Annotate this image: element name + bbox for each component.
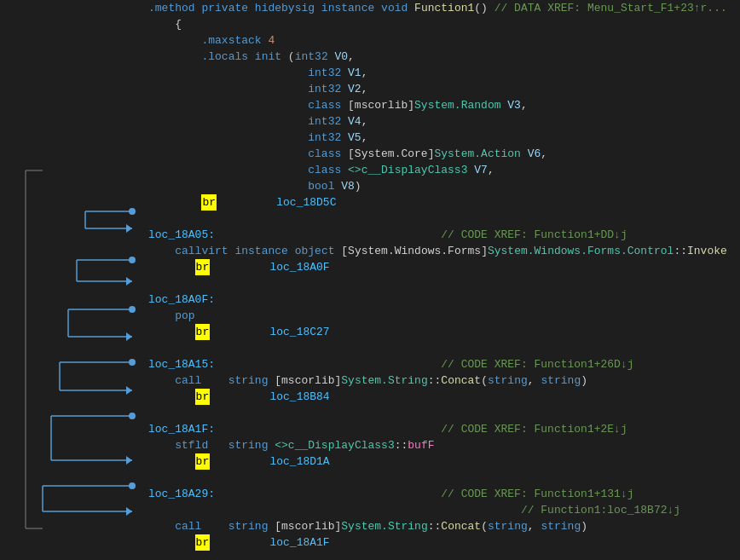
kw-callvirt: callvirt — [175, 243, 228, 259]
line-locals-init: .locals init (int32 V0, — [148, 49, 737, 65]
indent-br6 — [148, 534, 195, 551]
indent-locals — [148, 49, 201, 65]
label-18d5c: loc_18D5C — [276, 194, 336, 211]
type-string-2: System.String — [341, 518, 427, 534]
label-18a15: loc_18A15: — [148, 356, 215, 372]
gutter-svg — [0, 0, 145, 560]
svg-marker-22 — [126, 386, 132, 395]
var-v5: V5 — [348, 130, 361, 146]
indent-v8 — [148, 178, 308, 194]
kw-string-stfld: string — [228, 437, 269, 453]
kw-locals: .locals — [201, 49, 254, 65]
var-v0: V0 — [334, 49, 348, 65]
label-18a0f-target: loc_18A0F — [269, 259, 329, 275]
kw-object: object — [295, 243, 335, 259]
line-loc-18a29: loc_18A29: // CODE XREF: Function1+131↓j — [148, 486, 737, 502]
label-18c27: loc_18C27 — [269, 324, 329, 340]
indent-maxstack — [148, 32, 201, 49]
line-comment-18b72: // Function1:loc_18B72↓j — [148, 502, 737, 518]
param-string-1a: string — [488, 372, 528, 389]
indent-stfld — [148, 437, 175, 453]
method-name: Function1 — [414, 0, 474, 16]
label-18d1a: loc_18D1A — [269, 453, 329, 470]
line-stfld-18a1f: stfld string <>c__DisplayClass3::bufF — [148, 437, 737, 453]
comment-18a05: // CODE XREF: Function1+DD↓j — [441, 227, 627, 243]
comment-xref-1: // DATA XREF: Menu_Start_F1+23↑r... — [494, 0, 727, 16]
kw-class-v6: class — [308, 146, 348, 162]
line-br-18d5c: br loc_18D5C — [148, 194, 737, 211]
method-parens: () — [474, 0, 494, 16]
comment-18a29-1: // CODE XREF: Function1+131↓j — [441, 486, 633, 502]
label-18a0f: loc_18A0F: — [148, 292, 215, 308]
kw-class-v7: class — [308, 162, 348, 178]
br-instr-4: br — [195, 389, 211, 405]
kw-class-v3: class — [308, 97, 348, 113]
indent-v1 — [148, 65, 308, 81]
method-invoke: Invoke — [687, 243, 727, 259]
line-br-18b84: br loc_18B84 — [148, 389, 737, 405]
kw-call-2: call — [175, 518, 201, 534]
label-18a1f: loc_18A1F: — [148, 421, 215, 437]
line-br-18d1a: br loc_18D1A — [148, 453, 737, 470]
param-string-2b: string — [541, 518, 581, 534]
param-string-1b: string — [541, 372, 581, 389]
kw-int32-v0: int32 — [295, 49, 335, 65]
indent-br3 — [148, 324, 195, 340]
indent-br1 — [148, 194, 201, 211]
indent-call2 — [148, 518, 175, 534]
svg-marker-7 — [126, 224, 132, 233]
gutter — [0, 0, 145, 560]
line-v2: int32 V2, — [148, 81, 737, 97]
label-18b84: loc_18B84 — [269, 389, 329, 405]
type-displayclass-stfld: <>c__DisplayClass3 — [275, 437, 394, 453]
indent-call1 — [148, 372, 175, 389]
line-call-18a15: call string [mscorlib]System.String::Con… — [148, 372, 737, 389]
line-blank-4 — [148, 405, 737, 421]
kw-void: void — [381, 0, 414, 16]
line-callvirt-18a05: callvirt instance object [System.Windows… — [148, 243, 737, 259]
line-loc-18a15: loc_18A15: // CODE XREF: Function1+26D↓j — [148, 356, 737, 372]
comment-18a1f: // CODE XREF: Function1+2E↓j — [441, 421, 627, 437]
line-blank-2 — [148, 275, 737, 292]
line-pop: pop — [148, 308, 737, 324]
label-18a29: loc_18A29: — [148, 486, 215, 502]
code-area: .method private hidebysig instance void … — [145, 0, 740, 560]
indent-pop — [148, 308, 175, 324]
line-br-18a0f: br loc_18A0F — [148, 259, 737, 275]
line-open-brace: { — [148, 16, 737, 32]
var-v7: V7 — [474, 162, 488, 178]
line-blank-3 — [148, 340, 737, 356]
line-v6: class [System.Core]System.Action V6, — [148, 146, 737, 162]
label-18a1f-2: loc_18A1F — [269, 534, 329, 551]
line-blank-1 — [148, 211, 737, 227]
indent-callvirt — [148, 243, 175, 259]
kw-init: init — [255, 49, 288, 65]
line-v4: int32 V4, — [148, 113, 737, 130]
kw-bool-v8: bool — [308, 178, 341, 194]
line-br-18c27: br loc_18C27 — [148, 324, 737, 340]
var-v3: V3 — [507, 97, 521, 113]
br-instr-1: br — [201, 194, 217, 211]
val-maxstack: 4 — [268, 32, 275, 49]
indent-v3 — [148, 97, 308, 113]
indent-br4 — [148, 389, 195, 405]
svg-marker-12 — [126, 277, 132, 286]
kw-string-ret-2: string — [228, 518, 269, 534]
indent-v6 — [148, 146, 308, 162]
field-buff: bufF — [408, 437, 434, 453]
code-container: .method private hidebysig instance void … — [0, 0, 740, 560]
kw-call-1: call — [175, 372, 201, 389]
line-loc-18a0f: loc_18A0F: — [148, 292, 737, 308]
svg-marker-32 — [126, 507, 132, 516]
label-18a05: loc_18A05: — [148, 227, 215, 243]
kw-int32-v1: int32 — [308, 65, 348, 81]
indent-v7 — [148, 162, 308, 178]
line-v5: int32 V5, — [148, 130, 737, 146]
type-action: System.Action — [434, 146, 527, 162]
type-string-1: System.String — [341, 372, 427, 389]
type-random: System.Random — [414, 97, 507, 113]
type-swf-control: System.Windows.Forms.Control — [488, 243, 674, 259]
svg-marker-17 — [126, 332, 132, 341]
line-method-header: .method private hidebysig instance void … — [148, 0, 737, 16]
kw-instance: instance — [321, 0, 381, 16]
